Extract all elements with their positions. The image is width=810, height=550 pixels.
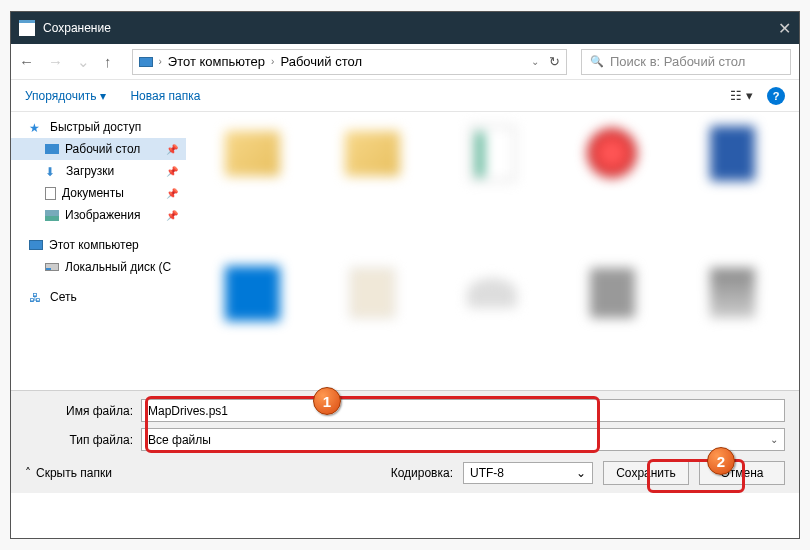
sidebar-item-this-pc[interactable]: Этот компьютер [11, 234, 186, 256]
sidebar-item-documents[interactable]: Документы📌 [11, 182, 186, 204]
filetype-combo[interactable]: Все файлы⌄ [141, 428, 785, 451]
encoding-combo[interactable]: UTF-8⌄ [463, 462, 593, 484]
chevron-right-icon: › [271, 56, 274, 67]
hide-folders-button[interactable]: ˄Скрыть папки [25, 466, 112, 480]
sidebar-item-downloads[interactable]: ⬇Загрузки📌 [11, 160, 186, 182]
pin-icon: 📌 [166, 166, 178, 177]
annotation-badge-1: 1 [313, 387, 341, 415]
view-options-button[interactable]: ☷ ▾ [730, 88, 753, 103]
sidebar-item-network[interactable]: 🖧Сеть [11, 286, 186, 308]
chevron-right-icon: › [159, 56, 162, 67]
drive-icon [45, 263, 59, 271]
help-icon[interactable]: ? [767, 87, 785, 105]
close-icon[interactable]: ✕ [778, 19, 791, 38]
sidebar-item-pictures[interactable]: Изображения📌 [11, 204, 186, 226]
encoding-label: Кодировка: [391, 466, 453, 480]
chevron-down-icon: ⌄ [770, 434, 778, 445]
new-folder-button[interactable]: Новая папка [130, 89, 200, 103]
filename-input[interactable] [141, 399, 785, 422]
back-button[interactable]: ← [19, 53, 34, 70]
file-grid[interactable] [186, 112, 799, 390]
crumb-desktop[interactable]: Рабочий стол [280, 54, 362, 69]
search-icon: 🔍 [590, 55, 604, 68]
recent-dropdown[interactable]: ⌄ [77, 53, 90, 71]
annotation-badge-2: 2 [707, 447, 735, 475]
bottom-panel: Имя файла: Тип файла: Все файлы⌄ 1 ˄Скры… [11, 390, 799, 493]
up-button[interactable]: ↑ [104, 53, 112, 70]
breadcrumb[interactable]: › Этот компьютер › Рабочий стол ⌄ ↻ [132, 49, 568, 75]
sidebar-item-quick-access[interactable]: ★Быстрый доступ [11, 116, 186, 138]
nav-bar: ← → ⌄ ↑ › Этот компьютер › Рабочий стол … [11, 44, 799, 80]
download-icon: ⬇ [45, 165, 60, 178]
filetype-label: Тип файла: [25, 433, 133, 447]
window-title: Сохранение [43, 21, 111, 35]
document-icon [45, 187, 56, 200]
desktop-icon [45, 144, 59, 154]
notepad-icon [19, 20, 35, 36]
pin-icon: 📌 [166, 188, 178, 199]
search-input[interactable]: 🔍 Поиск в: Рабочий стол [581, 49, 791, 75]
network-icon: 🖧 [29, 291, 44, 304]
crumb-pc[interactable]: Этот компьютер [168, 54, 265, 69]
pin-icon: 📌 [166, 210, 178, 221]
sidebar-item-desktop[interactable]: Рабочий стол📌 [11, 138, 186, 160]
chevron-down-icon[interactable]: ⌄ [531, 56, 539, 67]
toolbar: Упорядочить ▾ Новая папка ☷ ▾ ? [11, 80, 799, 112]
filename-label: Имя файла: [25, 404, 133, 418]
chevron-down-icon: ⌄ [576, 466, 586, 480]
save-dialog: Сохранение ✕ ← → ⌄ ↑ › Этот компьютер › … [10, 11, 800, 539]
titlebar: Сохранение ✕ [11, 12, 799, 44]
pc-icon [29, 240, 43, 250]
search-placeholder: Поиск в: Рабочий стол [610, 54, 745, 69]
pc-icon [139, 57, 153, 67]
sidebar: ★Быстрый доступ Рабочий стол📌 ⬇Загрузки📌… [11, 112, 186, 390]
chevron-down-icon: ▾ [100, 89, 106, 103]
chevron-up-icon: ˄ [25, 466, 31, 480]
pictures-icon [45, 210, 59, 221]
save-button[interactable]: Сохранить [603, 461, 689, 485]
main-area: ★Быстрый доступ Рабочий стол📌 ⬇Загрузки📌… [11, 112, 799, 390]
forward-button[interactable]: → [48, 53, 63, 70]
pin-icon: 📌 [166, 144, 178, 155]
sidebar-item-local-disk[interactable]: Локальный диск (C [11, 256, 186, 278]
refresh-icon[interactable]: ↻ [549, 54, 560, 69]
organize-button[interactable]: Упорядочить ▾ [25, 89, 106, 103]
star-icon: ★ [29, 121, 44, 134]
